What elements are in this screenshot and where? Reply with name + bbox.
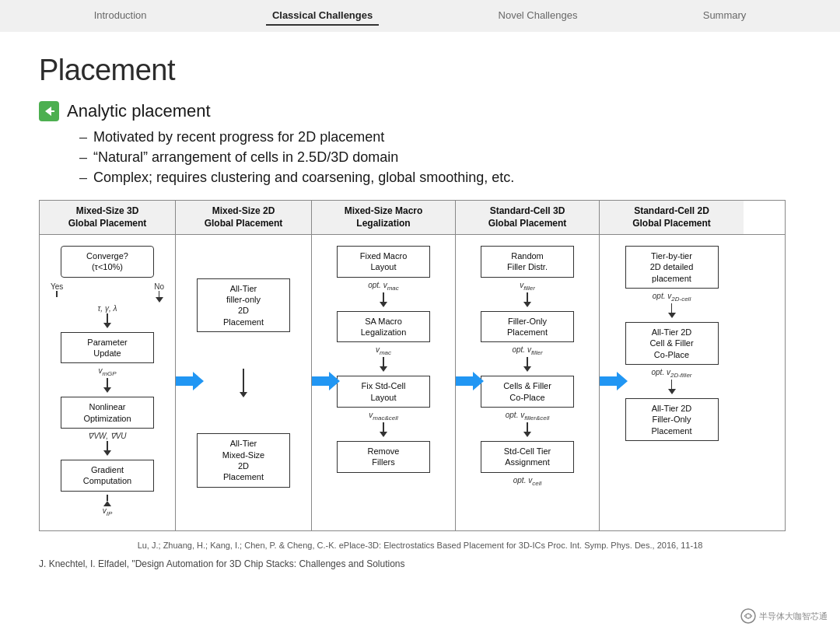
svg-point-7 bbox=[746, 614, 751, 618]
svg-marker-4 bbox=[456, 372, 484, 390]
arrow-col5-1 bbox=[668, 303, 676, 318]
watermark-icon bbox=[740, 608, 756, 624]
random-filler-box: RandomFiller Distr. bbox=[481, 246, 574, 278]
opt-v2dfiller-label: opt. v2D-filler bbox=[651, 368, 691, 379]
arrow-col4-3 bbox=[523, 422, 531, 437]
green-bullet-icon bbox=[39, 101, 59, 121]
opt-vfiller-cell-label: opt. vfiller&cell bbox=[506, 411, 549, 422]
header-col3: Mixed-Size MacroLegalization bbox=[312, 201, 456, 234]
diagram-body: Converge?(τ<10%) Yes No bbox=[40, 235, 785, 530]
svg-marker-3 bbox=[312, 372, 340, 390]
header-col1: Mixed-Size 3DGlobal Placement bbox=[40, 201, 176, 234]
arrow-3-4 bbox=[456, 370, 484, 395]
vwvu-label: ∇VW, ∇VU bbox=[88, 432, 126, 440]
no-label: No bbox=[154, 282, 164, 291]
opt-vfiller-label: opt. vfiller bbox=[512, 345, 542, 356]
all-tier-cell-filler-box: All-Tier 2DCell & FillerCo-Place bbox=[625, 322, 719, 365]
page-title: Placement bbox=[39, 54, 801, 87]
filler-only-box: All-Tierfiller-only2DPlacement bbox=[197, 278, 290, 332]
gradient-box: GradientComputation bbox=[61, 460, 154, 492]
arrow-down-3 bbox=[103, 441, 111, 456]
vip-label: vIP bbox=[103, 506, 113, 517]
main-bullet: Analytic placement bbox=[39, 101, 801, 121]
diagram-col-1: Converge?(τ<10%) Yes No bbox=[40, 235, 176, 530]
header-col2: Mixed-Size 2DGlobal Placement bbox=[176, 201, 312, 234]
slide-container: Introduction Classical Challenges Novel … bbox=[0, 0, 840, 630]
arrow-col3-3 bbox=[380, 422, 387, 437]
arrow-down-1 bbox=[103, 313, 111, 328]
header-col4: Standard-Cell 3DGlobal Placement bbox=[456, 201, 600, 234]
arrow-col3-1 bbox=[380, 292, 387, 307]
vmac-cell-label: vmac&cell bbox=[369, 411, 397, 422]
vfiller-label: vfiller bbox=[520, 281, 535, 292]
nav-summary[interactable]: Summary bbox=[697, 6, 753, 26]
svg-marker-2 bbox=[176, 372, 204, 390]
arrow-2-3 bbox=[312, 370, 340, 395]
footer-reference: J. Knechtel, I. Elfadel, "Design Automat… bbox=[39, 558, 801, 569]
main-bullet-text: Analytic placement bbox=[67, 101, 211, 121]
arrow-col3-2 bbox=[380, 357, 387, 372]
sub-bullet-1: Motivated by recent progress for 2D plac… bbox=[79, 129, 801, 145]
param-update-box: ParameterUpdate bbox=[61, 332, 154, 364]
tau-gamma-lambda-label: τ, γ, λ bbox=[98, 304, 117, 313]
fixed-macro-box: Fixed MacroLayout bbox=[337, 246, 430, 278]
diagram-body-wrapper: Converge?(τ<10%) Yes No bbox=[40, 235, 785, 530]
all-tier-filler-only-box: All-Tier 2DFiller-OnlyPlacement bbox=[625, 398, 719, 441]
opt-vmac-label: opt. vmac bbox=[368, 281, 399, 292]
svg-marker-5 bbox=[600, 372, 628, 390]
arrow-1-2 bbox=[176, 370, 204, 395]
vmgp-label: vmGP bbox=[98, 366, 116, 377]
opt-vcell-label: opt. vcell bbox=[513, 476, 541, 487]
opt-v2dcell-label: opt. v2D-cell bbox=[653, 292, 691, 303]
arrow-down-col2 bbox=[240, 369, 247, 397]
remove-fillers-box: RemoveFillers bbox=[337, 441, 430, 473]
arrow-col4-1 bbox=[523, 292, 531, 307]
vmac-label: vmac bbox=[376, 345, 391, 356]
sub-bullets-list: Motivated by recent progress for 2D plac… bbox=[79, 129, 801, 186]
watermark: 半导体大咖智芯通 bbox=[740, 608, 828, 624]
diagram-container: Mixed-Size 3DGlobal Placement Mixed-Size… bbox=[39, 200, 786, 531]
mixed-size-box: All-TierMixed-Size2DPlacement bbox=[197, 433, 290, 487]
sa-macro-box: SA MacroLegalization bbox=[337, 311, 430, 343]
yes-label: Yes bbox=[51, 282, 63, 291]
cells-filler-box: Cells & FillerCo-Place bbox=[481, 376, 574, 408]
nav-novel-challenges[interactable]: Novel Challenges bbox=[492, 6, 584, 26]
nav-bar: Introduction Classical Challenges Novel … bbox=[0, 0, 840, 32]
diagram-header: Mixed-Size 3DGlobal Placement Mixed-Size… bbox=[40, 201, 785, 235]
fix-stdcell-box: Fix Std-CellLayout bbox=[337, 376, 430, 408]
filler-only-place-box: Filler-OnlyPlacement bbox=[481, 311, 574, 343]
arrow-col4-2 bbox=[523, 357, 531, 372]
sub-bullet-3: Complex; requires clustering and coarsen… bbox=[79, 170, 801, 186]
col1-flow: Converge?(τ<10%) Yes No bbox=[44, 243, 170, 516]
content-area: Placement Analytic placement Motivated b… bbox=[0, 32, 840, 605]
tier-by-tier-box: Tier-by-tier2D detailedplacement bbox=[625, 246, 719, 289]
stdcell-tier-box: Std-Cell TierAssignment bbox=[481, 441, 574, 473]
svg-point-6 bbox=[741, 609, 755, 623]
bullet-section: Analytic placement Motivated by recent p… bbox=[39, 101, 801, 186]
nav-classical-challenges[interactable]: Classical Challenges bbox=[266, 6, 379, 26]
converge-box: Converge?(τ<10%) bbox=[61, 246, 154, 278]
nonlinear-opt-box: NonlinearOptimization bbox=[61, 397, 154, 429]
arrow-4-5 bbox=[600, 370, 628, 395]
arrow-down-2 bbox=[103, 378, 111, 393]
citation-text: Lu, J.; Zhuang, H.; Kang, I.; Chen, P. &… bbox=[39, 539, 801, 552]
header-col5: Standard-Cell 2DGlobal Placement bbox=[600, 201, 744, 234]
watermark-area: 半导体大咖智芯通 bbox=[0, 605, 840, 630]
nav-introduction[interactable]: Introduction bbox=[88, 6, 153, 26]
arrow-col5-2 bbox=[668, 380, 676, 394]
sub-bullet-2: “Natural” arrangement of cells in 2.5D/3… bbox=[79, 149, 801, 166]
